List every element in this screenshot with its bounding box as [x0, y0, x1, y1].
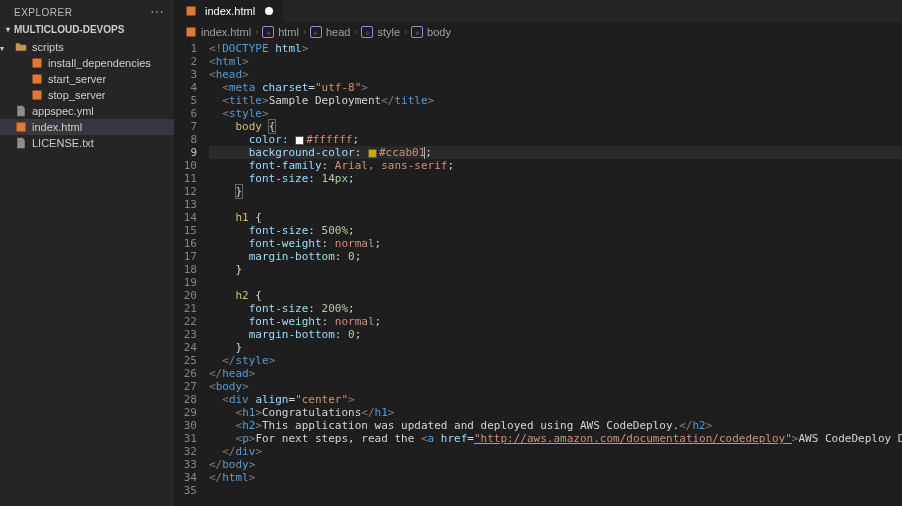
code-line[interactable]: h1 {	[209, 211, 902, 224]
code-line[interactable]: <h1>Congratulations</h1>	[209, 406, 902, 419]
file-index.html[interactable]: index.html	[0, 119, 174, 135]
file-stop_server[interactable]: stop_server	[0, 87, 174, 103]
code-line[interactable]: <html>	[209, 55, 902, 68]
code-line[interactable]: <body>	[209, 380, 902, 393]
breadcrumbs[interactable]: index.html›⬨html›⬨head›⬨style›⬨body	[175, 22, 902, 42]
tree-item-label: scripts	[32, 41, 64, 53]
tree-item-label: LICENSE.txt	[32, 137, 94, 149]
code-area[interactable]: <!DOCTYPE html><html><head> <meta charse…	[209, 42, 902, 506]
code-line[interactable]: color: #ffffff;	[209, 133, 902, 146]
symbol-icon: ⬨	[361, 26, 373, 38]
code-line[interactable]: font-weight: normal;	[209, 315, 902, 328]
breadcrumb-separator-icon: ›	[404, 27, 407, 37]
file-appspec.yml[interactable]: appspec.yml	[0, 103, 174, 119]
project-name: MULTICLOUD-DEVOPS	[14, 24, 124, 35]
code-line[interactable]: <div align="center">	[209, 393, 902, 406]
yml-icon	[14, 105, 28, 117]
breadcrumb-style[interactable]: ⬨style	[361, 26, 400, 38]
code-line[interactable]	[209, 198, 902, 211]
code-line[interactable]: <style>	[209, 107, 902, 120]
lic-icon	[14, 137, 28, 149]
code-line[interactable]: font-family: Arial, sans-serif;	[209, 159, 902, 172]
code-line[interactable]: margin-bottom: 0;	[209, 250, 902, 263]
file-icon	[30, 89, 44, 101]
code-line[interactable]	[209, 484, 902, 497]
code-line[interactable]: font-size: 200%;	[209, 302, 902, 315]
code-line[interactable]: </body>	[209, 458, 902, 471]
tab-bar: index.html	[175, 0, 902, 22]
explorer-sidebar: EXPLORER ⋯ ▾ MULTICLOUD-DEVOPS ▾scriptsi…	[0, 0, 175, 506]
file-icon	[30, 57, 44, 69]
symbol-icon: ⬨	[310, 26, 322, 38]
html-file-icon	[185, 5, 199, 17]
code-editor[interactable]: 1234567891011121314151617181920212223242…	[175, 42, 902, 506]
tree-item-label: index.html	[32, 121, 82, 133]
file-LICENSE.txt[interactable]: LICENSE.txt	[0, 135, 174, 151]
code-line[interactable]: h2 {	[209, 289, 902, 302]
editor-main: index.html index.html›⬨html›⬨head›⬨style…	[175, 0, 902, 506]
code-line[interactable]	[209, 276, 902, 289]
folder-scripts[interactable]: ▾scripts	[0, 39, 174, 55]
html-file-icon	[185, 26, 197, 38]
file-start_server[interactable]: start_server	[0, 71, 174, 87]
code-line[interactable]: </html>	[209, 471, 902, 484]
code-line[interactable]: </style>	[209, 354, 902, 367]
code-line[interactable]: font-size: 500%;	[209, 224, 902, 237]
code-line[interactable]: margin-bottom: 0;	[209, 328, 902, 341]
breadcrumb-index.html[interactable]: index.html	[185, 26, 251, 38]
tree-item-label: appspec.yml	[32, 105, 94, 117]
tree-item-label: stop_server	[48, 89, 105, 101]
code-line[interactable]: }	[209, 185, 902, 198]
code-line[interactable]: </head>	[209, 367, 902, 380]
chevron-down-icon: ▾	[6, 25, 10, 34]
code-line[interactable]: <h2>This application was updated and dep…	[209, 419, 902, 432]
file-icon	[30, 73, 44, 85]
tree-item-label: install_dependencies	[48, 57, 151, 69]
code-line[interactable]: }	[209, 341, 902, 354]
symbol-icon: ⬨	[262, 26, 274, 38]
line-gutter: 1234567891011121314151617181920212223242…	[175, 42, 209, 506]
tab-label: index.html	[205, 5, 255, 17]
code-line[interactable]: <meta charset="utf-8">	[209, 81, 902, 94]
breadcrumb-head[interactable]: ⬨head	[310, 26, 350, 38]
code-line[interactable]: font-size: 14px;	[209, 172, 902, 185]
symbol-icon: ⬨	[411, 26, 423, 38]
breadcrumb-body[interactable]: ⬨body	[411, 26, 451, 38]
code-line[interactable]: body {	[209, 120, 902, 133]
code-line[interactable]: <p>For next steps, read the <a href="htt…	[209, 432, 902, 445]
project-section-header[interactable]: ▾ MULTICLOUD-DEVOPS	[0, 22, 174, 37]
tab-index-html[interactable]: index.html	[175, 0, 283, 22]
code-line[interactable]: <head>	[209, 68, 902, 81]
breadcrumb-html[interactable]: ⬨html	[262, 26, 299, 38]
folder-icon	[14, 41, 28, 53]
breadcrumb-separator-icon: ›	[303, 27, 306, 37]
explorer-more-icon[interactable]: ⋯	[150, 5, 165, 19]
file-install_dependencies[interactable]: install_dependencies	[0, 55, 174, 71]
breadcrumb-separator-icon: ›	[354, 27, 357, 37]
file-icon	[14, 121, 28, 133]
explorer-title: EXPLORER	[14, 7, 72, 18]
code-line[interactable]: <title>Sample Deployment</title>	[209, 94, 902, 107]
tree-item-label: start_server	[48, 73, 106, 85]
file-tree: ▾scriptsinstall_dependenciesstart_server…	[0, 37, 174, 153]
code-line[interactable]: </div>	[209, 445, 902, 458]
code-line[interactable]: font-weight: normal;	[209, 237, 902, 250]
breadcrumb-separator-icon: ›	[255, 27, 258, 37]
explorer-header: EXPLORER ⋯	[0, 0, 174, 22]
code-line[interactable]: }	[209, 263, 902, 276]
code-line[interactable]: <!DOCTYPE html>	[209, 42, 902, 55]
code-line[interactable]: background-color: #ccab01;	[209, 146, 902, 159]
dirty-indicator-icon	[265, 7, 273, 15]
